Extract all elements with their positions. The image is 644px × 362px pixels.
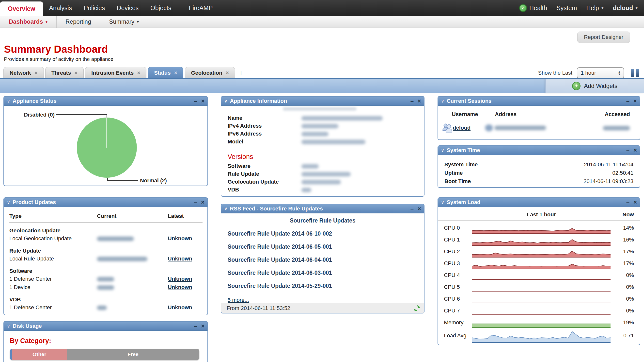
time-label: System Time: [444, 161, 478, 168]
nav-item-fireamp[interactable]: FireAMP: [180, 0, 218, 16]
close-icon[interactable]: ×: [418, 98, 421, 104]
tab-close-icon[interactable]: ×: [226, 70, 229, 76]
subnav-item-summary[interactable]: Summary▾: [100, 16, 148, 28]
nav-item-overview[interactable]: Overview: [0, 2, 43, 16]
add-tab-icon[interactable]: +: [236, 69, 245, 78]
sparkline-chart: [472, 279, 610, 281]
minimize-icon[interactable]: –: [626, 147, 630, 153]
load-row-cpu-6: CPU 60%: [444, 293, 634, 305]
widget-title: Product Updates: [12, 199, 56, 206]
minimize-icon[interactable]: –: [194, 323, 197, 329]
appliance-status-header[interactable]: ∨ Appliance Status –×: [4, 97, 208, 106]
collapse-icon[interactable]: ∨: [7, 323, 10, 329]
widget-title: Current Sessions: [447, 98, 492, 104]
minimize-icon[interactable]: –: [194, 98, 197, 104]
load-row-cpu-3: CPU 3 17%: [444, 258, 634, 269]
user-menu[interactable]: dcloud ▾: [613, 5, 638, 12]
rss-feed-header[interactable]: ∨ RSS Feed - Sourcefire Rule Updates –×: [221, 204, 424, 213]
appliance-information-header[interactable]: ∨ Appliance Information –×: [221, 97, 424, 106]
latest-unknown-link[interactable]: Unknown: [168, 235, 192, 242]
rss-item-link[interactable]: Sourcefire Rule Update 2014-06-05-001: [221, 240, 424, 253]
close-icon[interactable]: ×: [634, 98, 637, 104]
help-label: Help: [586, 5, 599, 12]
rss-item-link[interactable]: Sourcefire Rule Update 2014-05-29-001: [221, 279, 424, 292]
redacted-link[interactable]: [97, 285, 114, 290]
load-label: CPU 2: [444, 248, 472, 255]
tab-geolocation[interactable]: Geolocation×: [185, 67, 235, 78]
minimize-icon[interactable]: –: [194, 199, 197, 205]
rss-more-link[interactable]: 5 more...: [228, 297, 249, 303]
nav-item-objects[interactable]: Objects: [144, 0, 177, 16]
tab-close-icon[interactable]: ×: [174, 70, 177, 76]
tab-close-icon[interactable]: ×: [34, 70, 38, 76]
system-load-widget: ∨ System Load –× Last 1 hour Now CPU 0 1…: [438, 197, 640, 345]
close-icon[interactable]: ×: [201, 98, 204, 104]
close-icon[interactable]: ×: [634, 147, 637, 153]
disk-usage-header[interactable]: ∨ Disk Usage –×: [4, 322, 208, 331]
subnav-item-dashboards[interactable]: Dashboards▾: [0, 16, 56, 28]
refresh-icon[interactable]: [413, 305, 420, 312]
system-load-header[interactable]: ∨ System Load –×: [438, 198, 640, 207]
close-icon[interactable]: ×: [634, 199, 637, 205]
primary-nav-right: ✓ Health System Help ▾ dcloud ▾: [519, 4, 644, 12]
time-label: Boot Time: [444, 178, 471, 185]
redacted-link[interactable]: [97, 237, 134, 241]
collapse-icon[interactable]: ∨: [441, 98, 444, 104]
disk-segment: [10, 349, 12, 360]
tab-intrusion-events[interactable]: Intrusion Events×: [85, 67, 146, 78]
collapse-icon[interactable]: ∨: [441, 200, 444, 205]
latest-unknown-link[interactable]: Unknown: [168, 256, 192, 262]
widget-title: RSS Feed - Sourcefire Rule Updates: [230, 206, 323, 212]
rss-item-link[interactable]: Sourcefire Rule Update 2014-06-03-001: [221, 266, 424, 279]
redacted-link[interactable]: [97, 257, 148, 261]
nav-item-devices[interactable]: Devices: [111, 0, 144, 16]
collapse-icon[interactable]: ∨: [7, 98, 10, 104]
minimize-icon[interactable]: –: [410, 98, 414, 104]
widget-title: Appliance Information: [230, 98, 287, 104]
close-icon[interactable]: ×: [201, 323, 204, 329]
minimize-icon[interactable]: –: [626, 98, 630, 104]
tab-close-icon[interactable]: ×: [74, 70, 78, 76]
pause-icon[interactable]: [631, 69, 639, 77]
collapse-icon[interactable]: ∨: [7, 200, 10, 205]
latest-unknown-link[interactable]: Unknown: [168, 284, 192, 290]
product-updates-header[interactable]: ∨ Product Updates –×: [4, 198, 208, 207]
close-icon[interactable]: ×: [418, 206, 421, 212]
minimize-icon[interactable]: –: [410, 206, 414, 212]
help-menu[interactable]: Help ▾: [586, 5, 604, 12]
tab-close-icon[interactable]: ×: [137, 70, 140, 76]
collapse-icon[interactable]: ∨: [224, 206, 228, 212]
latest-unknown-link[interactable]: Unknown: [168, 276, 192, 282]
minimize-icon[interactable]: –: [626, 199, 630, 205]
collapse-icon[interactable]: ∨: [224, 98, 228, 104]
session-username-link[interactable]: dcloud: [453, 125, 470, 131]
add-widgets-button[interactable]: + Add Widgets: [545, 79, 644, 93]
update-type: 1 Device: [9, 284, 97, 291]
redacted-link[interactable]: [97, 306, 107, 310]
tab-network[interactable]: Network×: [4, 67, 44, 78]
time-range-select[interactable]: 1 hour ▴▾: [577, 67, 624, 79]
system-menu[interactable]: System: [556, 5, 577, 12]
redacted-link[interactable]: [97, 277, 114, 281]
latest-unknown-link[interactable]: Unknown: [168, 304, 192, 310]
rss-item-link[interactable]: Sourcefire Rule Update 2014-06-10-002: [221, 227, 424, 240]
health-menu[interactable]: ✓ Health: [519, 4, 547, 12]
nav-item-policies[interactable]: Policies: [78, 0, 111, 16]
collapse-icon[interactable]: ∨: [441, 148, 444, 153]
report-designer-button[interactable]: Report Designer: [577, 32, 630, 43]
sparkline-chart: [472, 323, 610, 328]
system-time-header[interactable]: ∨ System Time –×: [438, 146, 640, 155]
nav-item-analysis[interactable]: Analysis: [43, 0, 78, 16]
redacted-link[interactable]: [494, 126, 546, 130]
disk-usage-widget: ∨ Disk Usage –× By Category: OtherFree: [4, 321, 208, 362]
table-row: Local Geolocation UpdateUnknown: [4, 234, 208, 243]
load-row-memory: Memory19%: [444, 317, 634, 328]
close-icon[interactable]: ×: [201, 199, 204, 205]
update-group-name: Software: [4, 263, 208, 275]
subnav-item-reporting[interactable]: Reporting: [56, 16, 100, 28]
rss-item-link[interactable]: Sourcefire Rule Update 2014-06-04-001: [221, 253, 424, 266]
tab-status[interactable]: Status×: [148, 67, 183, 78]
current-sessions-header[interactable]: ∨ Current Sessions –×: [438, 97, 640, 106]
versions-heading: Versions: [228, 153, 424, 161]
tab-threats[interactable]: Threats×: [45, 67, 84, 78]
